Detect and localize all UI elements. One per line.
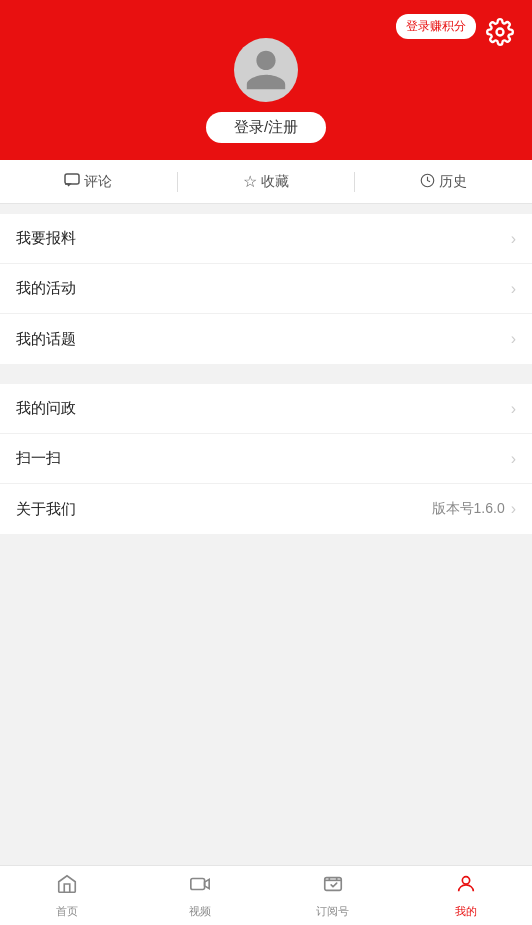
- menu-item-about[interactable]: 关于我们 版本号1.6.0 ›: [0, 484, 532, 534]
- comment-icon: [64, 173, 80, 190]
- nav-mine-label: 我的: [455, 904, 477, 919]
- version-text: 版本号1.6.0: [432, 500, 505, 518]
- nav-video-label: 视频: [189, 904, 211, 919]
- svg-point-5: [462, 876, 469, 883]
- bottom-nav: 首页 视频 订阅号 我的: [0, 865, 532, 925]
- chevron-right-icon: ›: [511, 500, 516, 518]
- nav-home[interactable]: 首页: [0, 866, 133, 925]
- tab-comments[interactable]: 评论: [0, 160, 177, 203]
- menu-scan-right: ›: [511, 450, 516, 468]
- subscribe-icon: [322, 873, 344, 901]
- chevron-right-icon: ›: [511, 230, 516, 248]
- nav-home-label: 首页: [56, 904, 78, 919]
- chevron-right-icon: ›: [511, 330, 516, 348]
- menu-activities-right: ›: [511, 280, 516, 298]
- tab-history-label: 历史: [439, 173, 467, 191]
- tab-history[interactable]: 历史: [355, 160, 532, 203]
- menu-scan-label: 扫一扫: [16, 449, 61, 468]
- svg-rect-1: [65, 174, 79, 184]
- header-section: 登录赚积分 登录/注册: [0, 0, 532, 160]
- svg-rect-4: [324, 877, 341, 890]
- menu-topics-right: ›: [511, 330, 516, 348]
- video-icon: [189, 873, 211, 901]
- chevron-right-icon: ›: [511, 450, 516, 468]
- menu-item-scan[interactable]: 扫一扫 ›: [0, 434, 532, 484]
- menu-item-ask-gov[interactable]: 我的问政 ›: [0, 384, 532, 434]
- menu-item-report[interactable]: 我要报料 ›: [0, 214, 532, 264]
- nav-mine[interactable]: 我的: [399, 866, 532, 925]
- star-icon: ☆: [243, 172, 257, 191]
- tab-favorites-label: 收藏: [261, 173, 289, 191]
- clock-icon: [420, 173, 435, 191]
- menu-ask-gov-right: ›: [511, 400, 516, 418]
- menu-ask-gov-label: 我的问政: [16, 399, 76, 418]
- earn-points-button[interactable]: 登录赚积分: [396, 14, 476, 39]
- login-button[interactable]: 登录/注册: [206, 112, 326, 143]
- nav-video[interactable]: 视频: [133, 866, 266, 925]
- svg-point-0: [497, 29, 504, 36]
- avatar: [234, 38, 298, 102]
- tab-comments-label: 评论: [84, 173, 112, 191]
- svg-rect-3: [190, 878, 204, 889]
- menu-item-activities[interactable]: 我的活动 ›: [0, 264, 532, 314]
- tab-bar: 评论 ☆ 收藏 历史: [0, 160, 532, 204]
- chevron-right-icon: ›: [511, 400, 516, 418]
- home-icon: [56, 873, 78, 901]
- settings-icon[interactable]: [486, 18, 514, 46]
- menu-topics-label: 我的话题: [16, 330, 76, 349]
- menu-about-right: 版本号1.6.0 ›: [432, 500, 516, 518]
- menu-gap: [0, 364, 532, 374]
- menu-group-2: 我的问政 › 扫一扫 › 关于我们 版本号1.6.0 ›: [0, 384, 532, 534]
- nav-subscribe-label: 订阅号: [316, 904, 349, 919]
- menu-report-label: 我要报料: [16, 229, 76, 248]
- nav-subscribe[interactable]: 订阅号: [266, 866, 399, 925]
- mine-icon: [455, 873, 477, 901]
- chevron-right-icon: ›: [511, 280, 516, 298]
- menu-item-topics[interactable]: 我的话题 ›: [0, 314, 532, 364]
- menu-activities-label: 我的活动: [16, 279, 76, 298]
- menu-group-1: 我要报料 › 我的活动 › 我的话题 ›: [0, 214, 532, 364]
- content-area: 评论 ☆ 收藏 历史 我要报料 › 我的活动: [0, 160, 532, 604]
- tab-favorites[interactable]: ☆ 收藏: [178, 160, 355, 203]
- menu-about-label: 关于我们: [16, 500, 76, 519]
- menu-report-right: ›: [511, 230, 516, 248]
